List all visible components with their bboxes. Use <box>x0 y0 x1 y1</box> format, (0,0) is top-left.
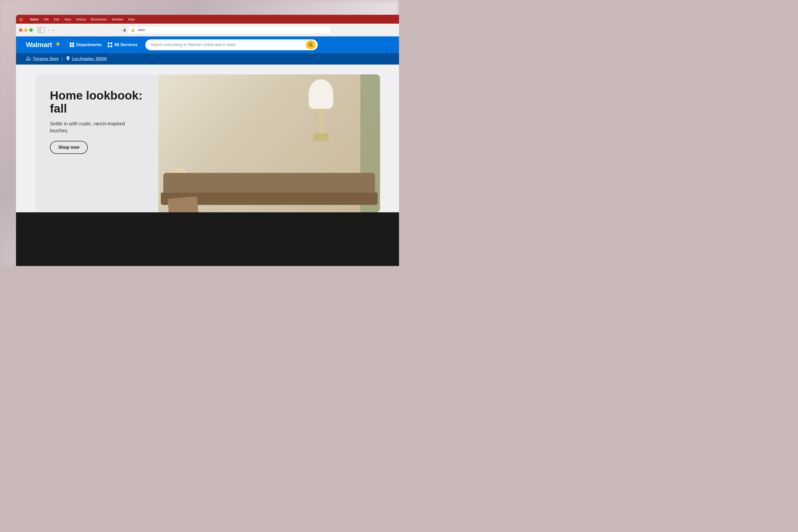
store-location-item[interactable]: Torrance Store <box>26 56 59 62</box>
menu-window[interactable]: Window <box>112 18 123 21</box>
menu-safari[interactable]: Safari <box>30 18 39 21</box>
traffic-lights <box>19 28 33 32</box>
menu-file[interactable]: File <box>43 18 49 21</box>
main-content: Home lookbook: fall Settle in with rusti… <box>16 64 399 212</box>
pin-icon <box>66 56 70 61</box>
lamp-base <box>319 109 323 133</box>
location-pin-icon <box>66 56 70 62</box>
lamp-foot <box>314 133 328 141</box>
back-button[interactable]: ‹ <box>48 27 50 33</box>
menu-history[interactable]: History <box>76 18 86 21</box>
close-button[interactable] <box>19 28 22 32</box>
zip-location-item[interactable]: Los Angeles, 90009 <box>66 56 107 62</box>
search-bar[interactable]: Search everything at Walmart online and … <box>145 39 318 50</box>
location-separator: | <box>61 56 63 61</box>
search-button[interactable] <box>306 40 316 49</box>
hero-subtitle: Settle in with rustic, ranch-inspired to… <box>50 120 144 134</box>
address-text: walm <box>138 28 145 32</box>
zip-label: Los Angeles, 90009 <box>72 57 107 61</box>
departments-menu-item[interactable]: Departments <box>70 42 102 47</box>
apple-menu-icon[interactable]: 🍎 <box>19 17 24 22</box>
walmart-logo-text: Walmart <box>26 41 52 49</box>
walmart-navbar: Walmart Departments <box>16 36 399 53</box>
sofa-cushion <box>168 196 198 212</box>
walmart-spark-icon <box>54 41 62 49</box>
menu-help[interactable]: Help <box>128 18 135 21</box>
address-bar-container: ◑ 🔒 walm <box>57 26 396 34</box>
lamp-shade <box>309 79 333 109</box>
services-label: 88 Services <box>115 42 138 47</box>
lock-icon: 🔒 <box>131 28 135 32</box>
mac-window: 🍎 Safari File Edit View History Bookmark… <box>16 15 399 266</box>
minimize-button[interactable] <box>24 28 27 32</box>
location-bar: Torrance Store | Los Angeles, 90009 <box>16 53 399 64</box>
nav-menu-items: Departments 88 Services <box>70 42 138 47</box>
forward-button[interactable]: › <box>52 27 54 33</box>
menu-bookmarks[interactable]: Bookmarks <box>91 18 107 21</box>
search-icon <box>309 43 313 47</box>
menu-edit[interactable]: Edit <box>54 18 59 21</box>
menu-view[interactable]: View <box>64 18 71 21</box>
sidebar-toggle-panel <box>38 27 40 33</box>
privacy-icon: ◑ <box>122 27 126 32</box>
lamp-decoration <box>306 79 336 148</box>
hero-image-section <box>158 74 380 212</box>
departments-icon <box>70 43 74 47</box>
browser-nav-buttons: ‹ › <box>48 27 54 33</box>
maximize-button[interactable] <box>29 28 33 32</box>
hero-title: Home lookbook: fall <box>50 89 144 115</box>
store-label: Torrance Store <box>33 57 59 61</box>
svg-line-1 <box>311 45 313 47</box>
browser-chrome: ‹ › ◑ 🔒 walm <box>16 24 399 36</box>
sofa-decoration <box>158 173 380 212</box>
services-menu-item[interactable]: 88 Services <box>108 42 138 47</box>
hero-text-section: Home lookbook: fall Settle in with rusti… <box>35 74 158 212</box>
address-bar[interactable]: 🔒 walm <box>128 26 331 34</box>
home-icon <box>26 56 31 61</box>
sidebar-toggle-button[interactable] <box>38 27 44 33</box>
macos-menu-bar: 🍎 Safari File Edit View History Bookmark… <box>16 15 399 24</box>
hero-card: Home lookbook: fall Settle in with rusti… <box>35 74 380 212</box>
search-placeholder: Search everything at Walmart online and … <box>150 43 303 47</box>
shop-now-button[interactable]: Shop now <box>50 141 88 154</box>
store-icon <box>26 56 31 62</box>
services-icon <box>108 42 113 47</box>
sofa-back <box>163 173 375 193</box>
departments-label: Departments <box>76 42 102 47</box>
walmart-logo[interactable]: Walmart <box>26 41 62 49</box>
